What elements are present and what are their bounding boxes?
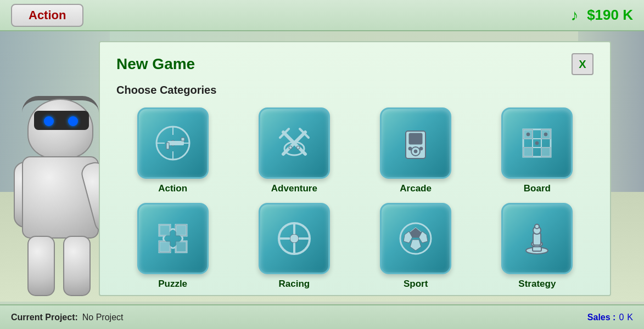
category-label-sport: Sport <box>404 279 428 290</box>
project-value: No Project <box>82 313 124 322</box>
category-puzzle[interactable]: Puzzle <box>116 203 229 290</box>
action-label: Action <box>11 4 83 27</box>
category-icon-adventure <box>259 107 330 179</box>
categories-grid: Action Adventure <box>116 107 593 290</box>
svg-point-19 <box>414 150 417 153</box>
money-display: $190 K <box>587 7 633 24</box>
category-sport[interactable]: Sport <box>360 203 472 290</box>
category-icon-puzzle <box>137 203 209 274</box>
category-arcade[interactable]: Arcade <box>360 107 472 194</box>
svg-rect-8 <box>166 143 169 149</box>
board-icon <box>515 121 559 165</box>
category-label-puzzle: Puzzle <box>158 279 187 290</box>
sport-icon <box>394 217 438 260</box>
music-icon: ♪ <box>570 7 578 24</box>
robot-visor <box>34 111 89 130</box>
category-strategy[interactable]: Strategy <box>481 203 593 290</box>
svg-rect-6 <box>167 141 184 145</box>
category-label-arcade: Arcade <box>400 183 432 194</box>
dialog-header: New Game X <box>116 53 593 75</box>
project-label: Current Project: <box>11 313 78 322</box>
dialog-subtitle: Choose Categories <box>116 84 593 97</box>
svg-rect-48 <box>533 247 541 251</box>
racing-icon <box>272 217 316 260</box>
svg-point-14 <box>289 146 292 149</box>
sales-k: K <box>627 313 633 322</box>
puzzle-icon <box>151 217 195 260</box>
robot-leg-right <box>63 236 91 296</box>
action-icon <box>151 121 195 165</box>
svg-point-20 <box>408 147 412 150</box>
category-icon-racing <box>259 203 330 274</box>
top-right-area: ♪ $190 K <box>570 7 633 24</box>
sales-area: Sales : 0 K <box>587 313 633 322</box>
category-icon-board <box>501 107 573 179</box>
svg-rect-7 <box>181 138 184 141</box>
svg-point-33 <box>535 141 539 145</box>
svg-point-31 <box>527 133 530 136</box>
robot-leg-left <box>27 236 55 296</box>
svg-point-35 <box>290 234 299 243</box>
sales-label: Sales : <box>587 313 616 322</box>
bottom-bar: Current Project: No Project Sales : 0 K <box>0 304 644 329</box>
category-icon-sport <box>380 203 451 274</box>
svg-point-21 <box>419 147 423 150</box>
dialog-title: New Game <box>116 55 195 73</box>
category-action[interactable]: Action <box>116 107 229 194</box>
svg-rect-29 <box>523 148 533 157</box>
category-label-board: Board <box>524 183 551 194</box>
svg-point-32 <box>544 133 547 136</box>
svg-rect-30 <box>541 148 551 157</box>
category-label-adventure: Adventure <box>271 183 317 194</box>
category-racing[interactable]: Racing <box>238 203 350 290</box>
category-icon-strategy <box>501 203 573 274</box>
strategy-icon <box>515 217 559 260</box>
top-bar: Action ♪ $190 K <box>0 0 644 31</box>
sales-value: 0 <box>619 313 624 322</box>
robot-eye-left <box>44 116 54 126</box>
adventure-icon <box>272 121 316 165</box>
arcade-icon <box>394 121 438 165</box>
category-board[interactable]: Board <box>481 107 593 194</box>
svg-point-52 <box>535 224 539 229</box>
close-button[interactable]: X <box>572 53 593 75</box>
category-label-strategy: Strategy <box>518 279 556 290</box>
category-label-racing: Racing <box>279 279 310 290</box>
svg-point-15 <box>296 146 300 149</box>
category-adventure[interactable]: Adventure <box>238 107 350 194</box>
svg-rect-50 <box>533 233 541 245</box>
robot-head <box>27 99 93 159</box>
svg-marker-44 <box>410 240 421 251</box>
category-icon-arcade <box>380 107 451 179</box>
svg-rect-17 <box>409 133 422 144</box>
category-icon-action <box>137 107 209 179</box>
category-label-action: Action <box>158 183 187 194</box>
robot-eye-right <box>68 116 78 126</box>
new-game-dialog: New Game X Choose Categories <box>99 41 611 296</box>
